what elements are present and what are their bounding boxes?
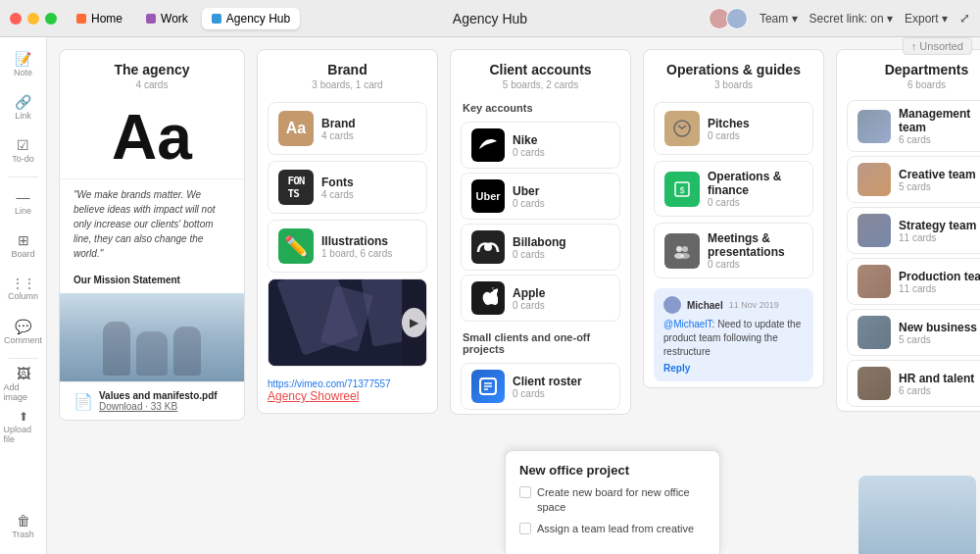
popup-checkbox-2[interactable] bbox=[519, 523, 531, 534]
sidebar-item-line[interactable]: ― Line bbox=[4, 183, 43, 223]
dept-creative-title: Creative team bbox=[899, 168, 976, 181]
brand-card-brand[interactable]: Aa Brand 4 cards bbox=[268, 102, 427, 155]
file-download-link[interactable]: Download · 33 KB bbox=[99, 401, 218, 412]
sidebar-divider-2 bbox=[9, 358, 38, 359]
roster-logo bbox=[471, 370, 505, 403]
dept-new-business-sub: 5 cards bbox=[899, 334, 977, 345]
brand-card-brand-info: Brand 4 cards bbox=[321, 117, 356, 141]
agency-showreel-link[interactable]: Agency Showreel bbox=[268, 389, 427, 403]
close-button[interactable] bbox=[10, 13, 22, 25]
team-button[interactable]: Team ▾ bbox=[760, 12, 798, 25]
sidebar-upload-label: Upload file bbox=[4, 425, 43, 444]
column-agency-header: The agency 4 cards bbox=[60, 50, 244, 96]
brand-card-brand-inner: Aa Brand 4 cards bbox=[269, 103, 426, 154]
client-nike-info: Nike 0 cards bbox=[513, 133, 545, 158]
tab-work[interactable]: Work bbox=[136, 8, 198, 29]
client-nike-title: Nike bbox=[513, 133, 545, 147]
dept-card-management[interactable]: Management team 6 cards bbox=[847, 100, 980, 152]
sidebar-item-column[interactable]: ⋮⋮ Column bbox=[4, 270, 43, 309]
sidebar-item-upload-file[interactable]: ⬆ Upload file bbox=[4, 408, 43, 447]
sidebar-add-image-label: Add image bbox=[4, 382, 43, 402]
svg-point-8 bbox=[676, 246, 682, 252]
sidebar-todo-label: To-do bbox=[12, 154, 34, 164]
column-the-agency: The agency 4 cards Aa "We make brands ma… bbox=[59, 49, 245, 421]
tab-agency-hub-label: Agency Hub bbox=[226, 12, 290, 25]
pdf-icon: 📄 bbox=[74, 392, 93, 411]
agency-file-card[interactable]: 📄 Values and manifesto.pdf Download · 33… bbox=[60, 381, 244, 420]
dept-creative-info: Creative team 5 cards bbox=[899, 168, 976, 192]
dept-card-creative[interactable]: Creative team 5 cards bbox=[847, 156, 980, 203]
column-brand-subtitle: 3 boards, 1 card bbox=[271, 79, 423, 90]
person-shape-2 bbox=[136, 331, 168, 376]
dept-card-hr[interactable]: HR and talent 6 cards bbox=[847, 360, 980, 407]
dept-strategy-title: Strategy team bbox=[899, 219, 976, 232]
brand-card-fonts-title: Fonts bbox=[321, 176, 354, 189]
client-card-nike[interactable]: Nike 0 cards bbox=[461, 122, 620, 169]
column-brand: Brand 3 boards, 1 card Aa Brand 4 cards bbox=[257, 49, 438, 414]
client-roster-title: Client roster bbox=[513, 375, 582, 388]
client-card-billabong[interactable]: Billabong 0 cards bbox=[461, 224, 620, 271]
fullscreen-icon[interactable]: ⤢ bbox=[959, 11, 970, 25]
comment-bubble: Michael 11 Nov 2019 @MichaelT: Need to u… bbox=[654, 288, 813, 381]
brand-video-card[interactable]: ▶ bbox=[268, 278, 427, 367]
sidebar-item-trash[interactable]: 🗑 Trash bbox=[4, 507, 43, 546]
dept-hr-title: HR and talent bbox=[899, 372, 974, 385]
sidebar-item-todo[interactable]: ☑ To-do bbox=[4, 131, 43, 171]
agency-aa-text: Aa bbox=[74, 106, 230, 169]
dept-photo-management bbox=[858, 110, 891, 143]
ops-card-finance[interactable]: $ Operations & finance 0 cards bbox=[654, 161, 813, 217]
ops-card-meetings[interactable]: Meetings & presentations 0 cards bbox=[654, 223, 813, 278]
unsorted-badge[interactable]: ↑ Unsorted bbox=[903, 37, 972, 55]
sidebar-board-label: Board bbox=[11, 249, 34, 259]
tab-agency-hub[interactable]: Agency Hub bbox=[202, 8, 300, 29]
client-card-uber[interactable]: Uber Uber 0 cards bbox=[461, 173, 620, 220]
todo-icon: ☑ bbox=[17, 138, 29, 152]
small-clients-label: Small clients and one-off projects bbox=[451, 326, 630, 359]
page-title: Agency Hub bbox=[453, 11, 527, 26]
brand-card-illustrations[interactable]: ✏️ Illustrations 1 board, 6 cards bbox=[268, 220, 427, 273]
dept-hr-sub: 6 cards bbox=[899, 385, 974, 396]
brand-card-fonts-inner: FONTS Fonts 4 cards bbox=[269, 162, 426, 213]
sidebar-item-note[interactable]: 📝 Note bbox=[4, 45, 43, 84]
client-billabong-title: Billabong bbox=[513, 235, 566, 249]
ops-pitches-inner: Pitches 0 cards bbox=[655, 103, 812, 154]
brand-video-url[interactable]: https://vimeo.com/71377557 bbox=[268, 378, 427, 389]
sidebar-item-add-image[interactable]: 🖼 Add image bbox=[4, 365, 43, 404]
video-play-button[interactable]: ▶ bbox=[402, 308, 426, 337]
dept-card-new-business[interactable]: New business 5 cards bbox=[847, 309, 980, 356]
dept-new-business-title: New business bbox=[899, 321, 977, 334]
dept-card-strategy[interactable]: Strategy team 11 cards bbox=[847, 207, 980, 254]
ops-finance-inner: $ Operations & finance 0 cards bbox=[655, 162, 812, 216]
svg-point-11 bbox=[680, 253, 690, 259]
sidebar-item-comment[interactable]: 💬 Comment bbox=[4, 313, 43, 352]
sidebar-item-link[interactable]: 🔗 Link bbox=[4, 88, 43, 127]
agency-photo-card[interactable] bbox=[60, 293, 244, 381]
dept-new-business-info: New business 5 cards bbox=[899, 321, 977, 345]
column-agency-subtitle: 4 cards bbox=[74, 79, 230, 90]
dept-card-production[interactable]: Production team 11 cards bbox=[847, 258, 980, 305]
client-apple-title: Apple bbox=[513, 286, 545, 300]
secret-link-button[interactable]: Secret link: on ▾ bbox=[809, 12, 893, 25]
minimize-button[interactable] bbox=[27, 13, 39, 25]
export-button[interactable]: Export ▾ bbox=[905, 12, 948, 25]
brand-card-illus-sub: 1 board, 6 cards bbox=[321, 248, 392, 259]
client-card-apple[interactable]: Apple 0 cards bbox=[461, 275, 620, 322]
agency-typography-card[interactable]: Aa bbox=[60, 96, 244, 178]
dept-production-title: Production team bbox=[899, 270, 980, 283]
line-icon: ― bbox=[17, 190, 30, 204]
agency-mission-card[interactable]: Our Mission Statement bbox=[60, 275, 244, 293]
dept-strategy-info: Strategy team 11 cards bbox=[899, 219, 976, 243]
agency-quote-card[interactable]: "We make brands matter. We believe ideas… bbox=[60, 178, 244, 269]
popup-image-inner bbox=[858, 476, 976, 554]
meetings-thumb bbox=[664, 233, 700, 269]
ops-card-pitches[interactable]: Pitches 0 cards bbox=[654, 102, 813, 155]
client-apple-sub: 0 cards bbox=[513, 300, 545, 311]
comment-reply-button[interactable]: Reply bbox=[663, 363, 804, 374]
sidebar-item-board[interactable]: ⊞ Board bbox=[4, 227, 43, 266]
tab-home[interactable]: Home bbox=[67, 8, 132, 29]
client-card-roster[interactable]: Client roster 0 cards bbox=[461, 363, 620, 410]
maximize-button[interactable] bbox=[45, 13, 57, 25]
brand-card-fonts[interactable]: FONTS Fonts 4 cards bbox=[268, 161, 427, 214]
sidebar-comment-label: Comment bbox=[4, 335, 42, 345]
popup-checkbox-1[interactable] bbox=[519, 486, 531, 498]
